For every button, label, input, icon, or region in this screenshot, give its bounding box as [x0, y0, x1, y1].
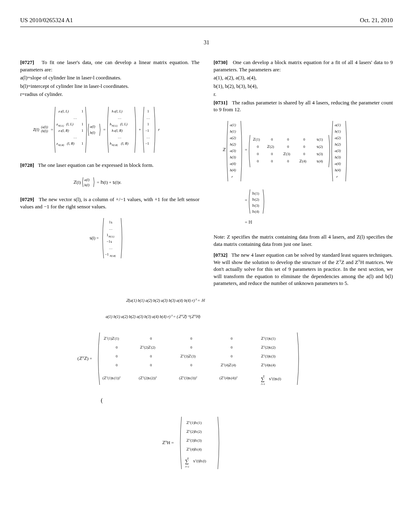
equation-zth-vector: ℤᵀH = ℤᵀ(1)𝕙(1) ℤᵀ(2)𝕙(2) ℤᵀ(3)𝕙(3) ℤᵀ(4…	[20, 413, 393, 473]
svg-text:…: …	[146, 135, 150, 139]
svg-text:0: 0	[303, 137, 305, 141]
svg-text:…: …	[118, 135, 121, 139]
equation-row-2: a(1) b(1) a(2) b(2) a(3) b(3) a(4) b(4) …	[20, 312, 393, 320]
svg-text:𝕤(2): 𝕤(2)	[317, 145, 323, 149]
svg-text:b(1): b(1)	[335, 129, 341, 133]
para-0729: [0729] The new vector s(l), is a column …	[20, 196, 200, 210]
svg-text:r: r	[336, 175, 338, 179]
svg-text:a(3): a(3)	[335, 149, 341, 153]
equation-ztz-matrix: (ℤᵀℤ) = ℤᵀ(1)ℤ(1) 0 0 0 ℤᵀ(1)𝕤(1) 0 ℤᵀ(2…	[20, 328, 393, 389]
svg-text:0: 0	[287, 137, 289, 141]
page-number: 31	[20, 39, 393, 47]
svg-text:a(1)  b(1)  a(2)  b(2)  a(3)  : a(1) b(1) a(2) b(2) a(3) b(3) a(4) b(4) …	[106, 314, 200, 319]
svg-text:ℤᵀ(3)𝕤(3): ℤᵀ(3)𝕤(3)	[261, 354, 275, 358]
svg-text:b(3): b(3)	[335, 155, 341, 159]
svg-text:…: …	[73, 116, 77, 120]
svg-text:l=1: l=1	[185, 465, 189, 468]
svg-text:(ℤᵀ(4)𝕤(4))ᵀ: (ℤᵀ(4)𝕤(4))ᵀ	[219, 376, 238, 380]
svg-text:1: 1	[106, 233, 108, 237]
para-num: [0731]	[214, 100, 228, 106]
right-column: [0730] One can develop a block matrix eq…	[214, 59, 393, 288]
svg-text:ℤ(1): ℤ(1)	[253, 137, 260, 141]
svg-text:0: 0	[303, 145, 305, 149]
svg-text:ℤᵀ(2)ℤ(2): ℤᵀ(2)ℤ(2)	[140, 345, 155, 349]
equation-s-vector: 𝕤(l) = 1₁ … 1N(l,L) −1₁ … −1N(l,R)	[20, 216, 200, 260]
params-a: a(1), a(2), a(3), a(4),	[214, 74, 393, 81]
svg-text:ℤ(3): ℤ(3)	[283, 152, 290, 156]
svg-text:0: 0	[190, 345, 192, 349]
para-0732: [0732] The new 4 laser equation can be s…	[214, 251, 393, 287]
para-text: The new vector s(l), is a column of +/−1…	[20, 196, 200, 210]
svg-text:b(4): b(4)	[335, 168, 341, 172]
svg-text:Z(l): Z(l)	[33, 127, 40, 132]
svg-text:=: =	[103, 127, 106, 132]
svg-text:ℤ(2): ℤ(2)	[267, 145, 274, 149]
svg-text:(ℤᵀ(2)𝕤(2))ᵀ: (ℤᵀ(2)𝕤(2))ᵀ	[139, 376, 157, 380]
svg-text:= 𝕙(l) + 𝕤(l)r.: = 𝕙(l) + 𝕤(l)r.	[97, 180, 121, 185]
svg-text:a(1): a(1)	[230, 123, 236, 127]
svg-text:ℤᵀH =: ℤᵀH =	[162, 440, 174, 445]
svg-text:0: 0	[150, 337, 152, 341]
svg-text:z₁(l, L): z₁(l, L)	[58, 109, 69, 113]
svg-text:(a(l)): (a(l))	[41, 125, 48, 129]
para-num: [0727]	[20, 59, 34, 65]
para-0728: [0728] The one laser equation can be exp…	[20, 162, 200, 169]
svg-text:h₁(l, R): h₁(l, R)	[112, 129, 123, 133]
equation-lone-paren: (	[20, 397, 393, 405]
svg-text:−1: −1	[105, 252, 109, 256]
svg-text:0: 0	[257, 152, 259, 156]
svg-text:= ℍ: = ℍ	[245, 220, 252, 224]
para-text: To fit one laser's data, one can develop…	[20, 59, 200, 73]
svg-text:a(2): a(2)	[230, 136, 236, 140]
svg-text:(b(l)): (b(l))	[41, 129, 48, 133]
svg-text:ℤᵀ(2)𝕙(2): ℤᵀ(2)𝕙(2)	[186, 430, 202, 434]
svg-text:0: 0	[271, 152, 273, 156]
svg-text:0: 0	[303, 152, 305, 156]
svg-text:0: 0	[116, 345, 118, 349]
svg-text:ℤᵀ(1)𝕤(1): ℤᵀ(1)𝕤(1)	[261, 337, 275, 341]
svg-text:ℤᵀ(4)𝕙(4): ℤᵀ(4)𝕙(4)	[186, 447, 202, 451]
para-text: The new 4 laser equation can be solved b…	[214, 252, 393, 286]
svg-text:−1: −1	[145, 141, 149, 145]
params-r: r.	[214, 91, 393, 98]
svg-text:N(l,L): N(l,L)	[58, 125, 64, 127]
svg-text:1: 1	[147, 122, 149, 126]
svg-text:ℤᵀ(1)ℤ(1): ℤᵀ(1)ℤ(1)	[104, 337, 119, 341]
para-0731: [0731] The radius parameter is shared by…	[214, 99, 393, 113]
equation-row-1: ℤ(a(1) b(1) a(2) b(2) a(3) b(3) a(4) b(4…	[20, 296, 393, 304]
svg-text:r: r	[232, 175, 233, 179]
svg-text:ℤ(l): ℤ(l)	[73, 180, 81, 185]
svg-text:𝕙(2): 𝕙(2)	[252, 197, 259, 202]
svg-text:=: =	[245, 197, 247, 202]
svg-text:(l, L): (l, L)	[120, 122, 127, 126]
svg-text:b(1): b(1)	[230, 129, 236, 133]
svg-text:1: 1	[81, 122, 83, 126]
svg-text:(ℤᵀ(3)𝕤(3))ᵀ: (ℤᵀ(3)𝕤(3))ᵀ	[179, 376, 198, 380]
svg-text:0: 0	[190, 337, 192, 341]
equation-block-form: ℤ(l) a(l) b(l) = 𝕙(l) + 𝕤(l)r.	[20, 174, 200, 190]
svg-text:0: 0	[231, 345, 233, 349]
svg-text:ℤ(4): ℤ(4)	[299, 159, 307, 163]
svg-text:𝕤ᵀ(l)𝕤(l): 𝕤ᵀ(l)𝕤(l)	[269, 377, 281, 381]
svg-text:0: 0	[271, 159, 273, 163]
svg-text:ℤᵀ(4)𝕤(4): ℤᵀ(4)𝕤(4)	[261, 363, 275, 367]
svg-text:𝕙(1): 𝕙(1)	[252, 191, 259, 195]
svg-text:ℤ(a(1)  b(1)  a(2)  b(2)  a(3): ℤ(a(1) b(1) a(2) b(2) a(3) b(3) a(4) b(4…	[126, 298, 205, 303]
param-r: r=radius of cylinder.	[20, 91, 200, 98]
svg-text:−1: −1	[145, 129, 149, 133]
svg-text:0: 0	[150, 354, 152, 358]
note-z: Note: Z specifies the matrix containing …	[214, 233, 393, 247]
full-width-equations: ℤ(a(1) b(1) a(2) b(2) a(3) b(3) a(4) b(4…	[20, 296, 393, 473]
header-left: US 2010/0265324 A1	[20, 16, 73, 24]
svg-text:a(4): a(4)	[335, 162, 341, 166]
svg-text:a(1): a(1)	[335, 123, 341, 127]
svg-text:0: 0	[257, 159, 259, 163]
svg-text:ℤᵀ(3)𝕙(3): ℤᵀ(3)𝕙(3)	[186, 438, 202, 443]
svg-text:𝕙(4): 𝕙(4)	[252, 210, 259, 214]
svg-text:∑: ∑	[261, 376, 265, 382]
svg-text:…: …	[146, 116, 150, 120]
svg-text:(ℤᵀ(1)𝕤(1))ᵀ: (ℤᵀ(1)𝕤(1))ᵀ	[102, 376, 121, 380]
svg-text:N(l,L): N(l,L)	[108, 235, 115, 238]
svg-text:𝕤ᵀ(l)𝕙(l): 𝕤ᵀ(l)𝕙(l)	[193, 459, 206, 463]
svg-text:=: =	[51, 127, 53, 132]
